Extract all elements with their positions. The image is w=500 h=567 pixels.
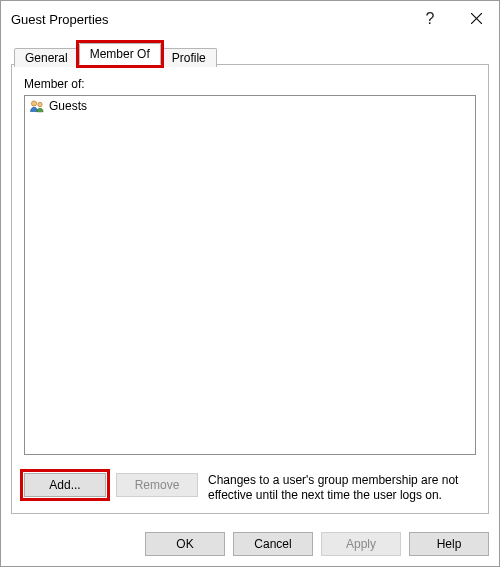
apply-button-label: Apply	[346, 537, 376, 551]
group-icon	[29, 98, 45, 114]
panel-bottom-row: Add... Remove Changes to a user's group …	[24, 473, 476, 503]
tab-profile-label: Profile	[172, 51, 206, 65]
window-title: Guest Properties	[11, 12, 407, 27]
tab-member-of-label: Member Of	[90, 47, 150, 61]
guest-properties-dialog: Guest Properties ? General Member Of Pro…	[0, 0, 500, 567]
svg-point-2	[31, 101, 36, 106]
tabstrip: General Member Of Profile	[11, 43, 489, 65]
member-of-label: Member of:	[24, 77, 476, 91]
ok-button-label: OK	[176, 537, 193, 551]
add-button[interactable]: Add...	[24, 473, 106, 497]
help-button[interactable]: ?	[407, 1, 453, 37]
cancel-button-label: Cancel	[254, 537, 291, 551]
list-item[interactable]: Guests	[25, 96, 475, 116]
tabpanel-member-of: Member of: Guests	[11, 64, 489, 514]
client-area: General Member Of Profile Member of:	[1, 37, 499, 524]
tab-general[interactable]: General	[14, 48, 79, 67]
close-button[interactable]	[453, 1, 499, 37]
tab-profile[interactable]: Profile	[161, 48, 217, 67]
svg-point-3	[38, 102, 42, 106]
help-icon: ?	[426, 10, 435, 28]
tab-member-of[interactable]: Member Of	[79, 43, 161, 65]
remove-button: Remove	[116, 473, 198, 497]
dialog-buttons: OK Cancel Apply Help	[1, 524, 499, 566]
member-of-listbox[interactable]: Guests	[24, 95, 476, 455]
cancel-button[interactable]: Cancel	[233, 532, 313, 556]
tab-general-label: General	[25, 51, 68, 65]
list-item-label: Guests	[49, 99, 87, 113]
add-button-label: Add...	[49, 478, 80, 492]
help-dialog-button[interactable]: Help	[409, 532, 489, 556]
titlebar-buttons: ?	[407, 1, 499, 37]
panel-actions: Add... Remove	[24, 473, 198, 497]
titlebar: Guest Properties ?	[1, 1, 499, 37]
ok-button[interactable]: OK	[145, 532, 225, 556]
remove-button-label: Remove	[135, 478, 180, 492]
apply-button: Apply	[321, 532, 401, 556]
close-icon	[471, 11, 482, 27]
help-dialog-button-label: Help	[437, 537, 462, 551]
membership-note: Changes to a user's group membership are…	[208, 473, 476, 503]
